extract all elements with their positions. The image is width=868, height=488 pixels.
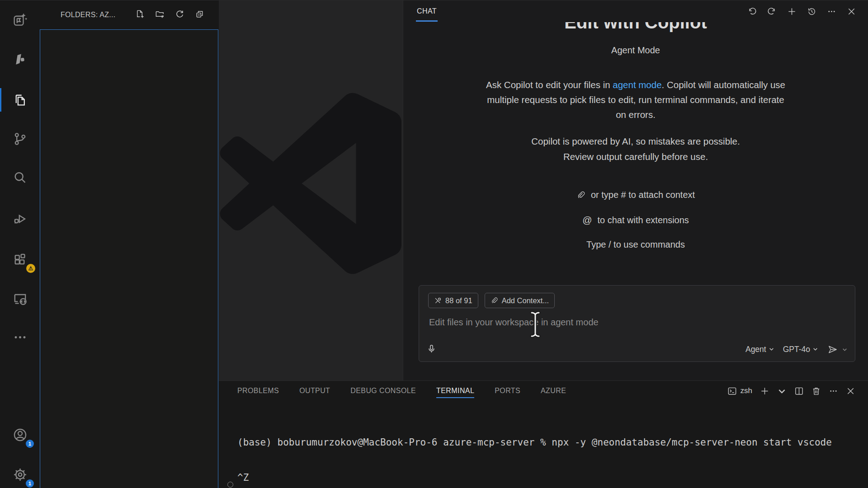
partner-extension-button[interactable] bbox=[0, 47, 40, 72]
sidebar-item-extensions[interactable]: ⚠ bbox=[0, 247, 40, 272]
undo-button[interactable] bbox=[747, 7, 757, 16]
new-chat-button[interactable] bbox=[787, 7, 797, 16]
mic-button[interactable] bbox=[426, 344, 437, 356]
send-options-button[interactable] bbox=[842, 347, 848, 352]
chevron-down-icon bbox=[812, 345, 818, 354]
ai-extension-button[interactable] bbox=[0, 7, 40, 33]
close-panel-button[interactable] bbox=[846, 386, 855, 396]
at-icon: @ bbox=[582, 215, 592, 225]
chat-panel: Edit with Copilot CHAT bbox=[403, 0, 868, 380]
tab-chat[interactable]: CHAT bbox=[417, 0, 437, 22]
sidebar-header: FOLDERS: AZ... bbox=[40, 0, 219, 29]
sidebar-item-explorer[interactable] bbox=[0, 87, 40, 113]
sidebar-item-remote-explorer[interactable] bbox=[0, 286, 40, 311]
explorer-files-icon bbox=[12, 92, 28, 108]
mode-selector[interactable]: Agent bbox=[743, 343, 777, 356]
terminal-output[interactable]: (base) boburumurzokov@MacBook-Pro-6 azur… bbox=[237, 413, 863, 488]
extensions-warning-badge: ⚠ bbox=[26, 264, 35, 273]
chat-history-button[interactable] bbox=[807, 7, 816, 16]
terminal-icon bbox=[727, 386, 737, 396]
chat-caution-paragraph: Copilot is powered by AI, so mistakes ar… bbox=[484, 134, 788, 164]
chevron-down-icon bbox=[769, 345, 774, 354]
chat-input-box[interactable]: 88 of 91 Add Context... Edit files in yo… bbox=[419, 285, 855, 362]
agent-mode-link[interactable]: agent mode bbox=[613, 80, 661, 90]
mode-label: Agent bbox=[745, 345, 766, 354]
close-icon bbox=[847, 7, 856, 16]
collapse-all-button[interactable] bbox=[193, 8, 206, 20]
close-chat-button[interactable] bbox=[847, 7, 856, 16]
sidebar-item-source-control[interactable] bbox=[0, 126, 40, 151]
model-selector[interactable]: GPT-4o bbox=[781, 343, 821, 356]
plus-icon bbox=[787, 7, 797, 16]
extensions-icon bbox=[12, 252, 28, 267]
panel-actions: zsh bbox=[727, 383, 855, 399]
input-controls: Agent GPT-4o bbox=[743, 343, 848, 356]
chevron-down-icon bbox=[842, 347, 848, 352]
shell-label: zsh bbox=[741, 386, 752, 395]
run-debug-icon bbox=[12, 211, 28, 226]
panel-tabs: PROBLEMS OUTPUT DEBUG CONSOLE TERMINAL P… bbox=[237, 381, 586, 401]
vscode-window: ⚠ 1 1 bbox=[0, 0, 868, 488]
refresh-button[interactable] bbox=[174, 8, 186, 20]
panel-more-button[interactable] bbox=[829, 386, 838, 396]
add-context-label: Add Context... bbox=[502, 296, 549, 305]
caution-line-1: Copilot is powered by AI, so mistakes ar… bbox=[484, 134, 788, 149]
tools-count-label: 88 of 91 bbox=[445, 296, 472, 305]
editor-area[interactable] bbox=[219, 0, 403, 380]
trash-icon bbox=[811, 386, 821, 396]
terminal-shell-item[interactable]: zsh bbox=[727, 386, 752, 396]
settings-button[interactable]: 1 bbox=[0, 462, 40, 487]
activity-bar: ⚠ 1 1 bbox=[0, 0, 40, 488]
kill-terminal-button[interactable] bbox=[811, 386, 821, 396]
redo-icon bbox=[767, 7, 777, 16]
new-file-button[interactable] bbox=[134, 8, 146, 20]
new-file-icon bbox=[135, 9, 145, 19]
tab-output[interactable]: OUTPUT bbox=[299, 381, 330, 401]
sidebar-actions bbox=[134, 8, 206, 20]
partner-logo-icon bbox=[12, 52, 28, 68]
accounts-button[interactable]: 1 bbox=[0, 422, 40, 447]
new-folder-button[interactable] bbox=[154, 8, 166, 20]
folder-tree[interactable] bbox=[40, 29, 218, 488]
hint-mention: @ to chat with extensions bbox=[403, 215, 868, 225]
model-label: GPT-4o bbox=[783, 345, 810, 354]
tab-azure[interactable]: AZURE bbox=[541, 381, 566, 401]
new-terminal-button[interactable] bbox=[760, 386, 769, 396]
chat-header: CHAT bbox=[403, 0, 868, 22]
split-terminal-button[interactable] bbox=[794, 386, 804, 396]
redo-button[interactable] bbox=[767, 7, 777, 16]
ellipsis-icon bbox=[827, 7, 836, 16]
tools-icon bbox=[434, 297, 442, 305]
folders-section-title[interactable]: FOLDERS: AZ... bbox=[61, 0, 116, 29]
tab-terminal[interactable]: TERMINAL bbox=[436, 381, 474, 401]
collapse-all-icon bbox=[195, 9, 204, 19]
hint-mention-text: to chat with extensions bbox=[597, 215, 689, 225]
paperclip-icon bbox=[491, 297, 498, 305]
settings-badge: 1 bbox=[26, 479, 34, 488]
explorer-sidebar: FOLDERS: AZ... bbox=[40, 0, 219, 488]
chat-input-placeholder: Edit files in your workspace in agent mo… bbox=[429, 317, 599, 328]
hint-commands-text: Type / to use commands bbox=[586, 239, 685, 250]
chat-more-button[interactable] bbox=[827, 7, 836, 16]
tab-debug-console[interactable]: DEBUG CONSOLE bbox=[350, 381, 416, 401]
chevron-down-icon bbox=[777, 386, 787, 396]
sidebar-item-run-debug[interactable] bbox=[0, 206, 40, 231]
hint-commands: Type / to use commands bbox=[403, 239, 868, 250]
send-button[interactable] bbox=[827, 344, 838, 355]
add-context-button[interactable]: Add Context... bbox=[485, 293, 555, 308]
more-actions-button[interactable] bbox=[0, 324, 40, 350]
tools-count-pill[interactable]: 88 of 91 bbox=[428, 293, 478, 308]
command-decoration-icon bbox=[227, 482, 233, 488]
ai-extension-icon bbox=[12, 12, 28, 28]
chat-header-actions bbox=[747, 0, 856, 22]
tab-ports[interactable]: PORTS bbox=[495, 381, 520, 401]
history-icon bbox=[807, 7, 816, 16]
microphone-icon bbox=[426, 344, 437, 354]
terminal-line: (base) boburumurzokov@MacBook-Pro-6 azur… bbox=[237, 436, 863, 448]
split-panel-icon bbox=[794, 386, 804, 396]
terminal-profile-dropdown[interactable] bbox=[777, 386, 787, 396]
bottom-panel: PROBLEMS OUTPUT DEBUG CONSOLE TERMINAL P… bbox=[219, 380, 868, 488]
sidebar-item-search[interactable] bbox=[0, 165, 40, 191]
tab-problems[interactable]: PROBLEMS bbox=[237, 381, 279, 401]
new-folder-icon bbox=[155, 9, 165, 19]
